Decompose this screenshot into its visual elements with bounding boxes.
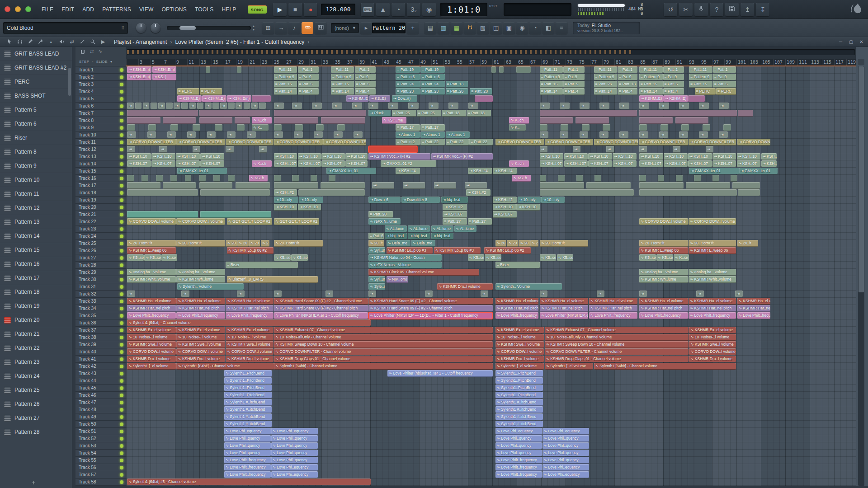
- slider-steppers[interactable]: ▴▾: [253, 24, 255, 32]
- playlist-clip[interactable]: ⇥ KSH..10: [321, 153, 344, 160]
- playlist-clip[interactable]: [151, 103, 157, 109]
- playlist-clip[interactable]: ⇥ CORVO DOWNFILTER: [594, 139, 638, 145]
- playlist-clip[interactable]: ∿ KSHMR Wh..lume: [176, 276, 225, 283]
- playlist-clip[interactable]: ⇥ KSH..10: [127, 153, 151, 160]
- playlist-clip[interactable]: ⇥: [226, 146, 233, 153]
- playlist-clip[interactable]: ≡ Patt..18: [442, 110, 466, 117]
- playlist-clip[interactable]: ∿ KSHMR Hard Snare 09 (F) #2 - Channel v…: [368, 298, 492, 305]
- playlist-clip[interactable]: [732, 182, 760, 189]
- playlist-clip[interactable]: [639, 124, 647, 131]
- playlist-clip[interactable]: ⇥ KSH..10: [564, 153, 588, 160]
- playlist-clip[interactable]: [156, 175, 163, 182]
- playlist-clip[interactable]: ⇥ KSH..10: [516, 204, 539, 211]
- pattern-list-item[interactable]: Pattern 25: [0, 383, 72, 397]
- playlist-clip[interactable]: ∿ Sylenth1 [64bit] - Channel volume: [594, 363, 736, 370]
- track-lane[interactable]: ∿ Sylenth1 [..el volume∿ Sylenth1 [64bit…: [126, 363, 856, 370]
- playlist-clip[interactable]: ∿ 2: [530, 240, 538, 247]
- pattern-list-item[interactable]: Pattern 28: [0, 425, 72, 439]
- playlist-clip[interactable]: [292, 175, 299, 182]
- playlist-clip[interactable]: ⇥: [294, 131, 303, 138]
- pattern-panel-scrollbar[interactable]: [68, 68, 71, 96]
- playlist-clip[interactable]: ⇥: [326, 291, 333, 297]
- pattern-list-item[interactable]: Pattern 23: [0, 355, 72, 369]
- playlist-clip[interactable]: ∿ KS..h: [512, 175, 531, 182]
- track-lane[interactable]: ∿ Love Phi..equency∿ Love Phi..equency∿ …: [126, 428, 856, 435]
- playlist-clip[interactable]: ⇥: [220, 103, 227, 109]
- playlist-clip[interactable]: ∿ Sylenth1 [..el volume: [545, 363, 594, 370]
- track-mute-led[interactable]: [120, 75, 123, 79]
- playlist-clip[interactable]: [259, 103, 266, 109]
- window-minimize-traffic-light[interactable]: [15, 6, 21, 12]
- playlist-overview-scrollbar[interactable]: [126, 47, 856, 59]
- playlist-clip[interactable]: [237, 124, 245, 131]
- playlist-clip[interactable]: ⇥ KSH..10: [761, 153, 777, 160]
- tool-playback-button[interactable]: ▶: [99, 38, 108, 46]
- playlist-clip[interactable]: ⇥ KSH..10: [639, 153, 663, 160]
- playlist-clip[interactable]: ∿ Sylenth1 #..itchBend: [224, 413, 272, 420]
- track-lane[interactable]: ∿ Sylenth1 [64bit] - Channel volume: [126, 319, 856, 327]
- track-mute-led[interactable]: [120, 336, 123, 339]
- track-mute-led[interactable]: [120, 213, 123, 216]
- playlist-clip[interactable]: ∿ 20: [237, 240, 248, 247]
- track-mute-led[interactable]: [120, 300, 123, 303]
- track-lane[interactable]: ⇥⇥⇥⇥⇥⇥⇥⇥⇥⇥⇥: [126, 146, 856, 153]
- playlist-clip[interactable]: ∿ KSHMR Lo..p 06 #2: [484, 247, 531, 254]
- track-mute-led[interactable]: [120, 444, 123, 448]
- playlist-clip[interactable]: ⇥: [560, 103, 570, 109]
- playlist-clip[interactable]: ⇥ Atmos 1: [396, 131, 420, 138]
- playlist-clip[interactable]: ∿ CORVO DOW..l volume: [176, 218, 225, 225]
- playlist-clip[interactable]: ∿ K..se: [674, 254, 689, 261]
- playlist-clip[interactable]: ∿ KSH..me: [382, 117, 406, 124]
- playlist-clip[interactable]: ⇥ KSH..#4: [468, 168, 492, 174]
- playlist-clip[interactable]: ∿ Love Phi..equency: [271, 471, 318, 478]
- playlist-clip[interactable]: [639, 117, 672, 124]
- track-header[interactable]: Track 40: [75, 348, 126, 356]
- track-lane[interactable]: ∿ 20_HornHit∿ 20_HornHit∿ 20∿ 20∿ 20∿ 2∿…: [126, 240, 856, 247]
- playlist-clip[interactable]: ⇥ CORVO DOWNFILTER: [323, 139, 367, 145]
- toggle-detach-button[interactable]: ◧: [542, 22, 554, 34]
- playlist-clip[interactable]: ⇥: [227, 131, 236, 138]
- playlist-clip[interactable]: [639, 182, 684, 189]
- playlist-clip[interactable]: ∿ Sylenth1 #..itchBend: [495, 421, 543, 427]
- scrub-slider[interactable]: [578, 4, 625, 7]
- playlist-clip[interactable]: [244, 103, 250, 109]
- playlist-clip[interactable]: [127, 124, 135, 131]
- tempo-display[interactable]: 128.000: [321, 4, 355, 15]
- track-lane[interactable]: ∿ Sylenth1..PitchBend∿ Love Philter (hbj…: [126, 370, 856, 377]
- playlist-clip[interactable]: ∿ KSHMR Ha..el volume: [495, 298, 539, 305]
- track-header[interactable]: Track 22: [75, 218, 126, 225]
- track-mute-led[interactable]: [120, 235, 123, 238]
- playlist-clip[interactable]: ⇥ KSH..10: [613, 153, 637, 160]
- playlist-clip[interactable]: ∿ 20_HornHit: [274, 240, 323, 247]
- playlist-clip[interactable]: ⇥: [187, 131, 196, 138]
- track-mute-led[interactable]: [120, 386, 123, 390]
- track-header[interactable]: Track 27: [75, 254, 126, 262]
- track-header[interactable]: Track 20: [75, 204, 126, 211]
- track-lane[interactable]: ⇥⇥⇥⇥⇥⇥⇥⇥⇥⇥⇥⇥⇥ Atmos 1⇥ Atmos 1⇥ Atmos 1⇥…: [126, 131, 856, 139]
- playlist-clip[interactable]: ∿ 10_NoiseF..l volume: [689, 334, 736, 341]
- playlist-clip[interactable]: ≡ PERC: [200, 88, 222, 95]
- playlist-clip[interactable]: ∿ Sylenth1..PitchBend: [224, 385, 272, 391]
- track-mute-led[interactable]: [120, 422, 123, 426]
- shuffle-slider[interactable]: [167, 26, 251, 30]
- playlist-clip[interactable]: ∿ K..ch: [252, 117, 272, 124]
- playlist-clip[interactable]: ≡ Pattern 9: [274, 74, 297, 80]
- playlist-clip[interactable]: ⇥ Dow..r 6: [368, 197, 401, 203]
- playlist-clip[interactable]: [712, 175, 719, 182]
- playlist-clip[interactable]: ∿ GET GET..T LOOP #2: [227, 218, 272, 225]
- playlist-clip[interactable]: [686, 182, 730, 189]
- toggle-menu-button[interactable]: ≡: [556, 22, 567, 34]
- playlist-clip[interactable]: ⇥ KSH..#2: [274, 189, 297, 196]
- playlist-clip[interactable]: ∿ Love Phi..equency: [271, 428, 318, 435]
- playlist-clip[interactable]: ∿ CORVO DOWNFILTER - Channel volume: [274, 348, 493, 355]
- playlist-clip[interactable]: ∿ K..se: [161, 254, 177, 261]
- playlist-clip[interactable]: [499, 66, 504, 73]
- playlist-clip[interactable]: ≡ Patt..22: [420, 139, 445, 145]
- playlist-clip[interactable]: [213, 175, 220, 182]
- track-header[interactable]: Track 18: [75, 189, 126, 197]
- toggle-playlist-button[interactable]: ▤: [425, 22, 436, 34]
- playlist-clip[interactable]: ⇥ GMAXX..ter 01: [177, 168, 227, 174]
- track-mute-led[interactable]: [120, 307, 123, 310]
- playlist-clip[interactable]: ⇥ KS..): [152, 74, 177, 80]
- track-header[interactable]: Track 8: [75, 117, 126, 124]
